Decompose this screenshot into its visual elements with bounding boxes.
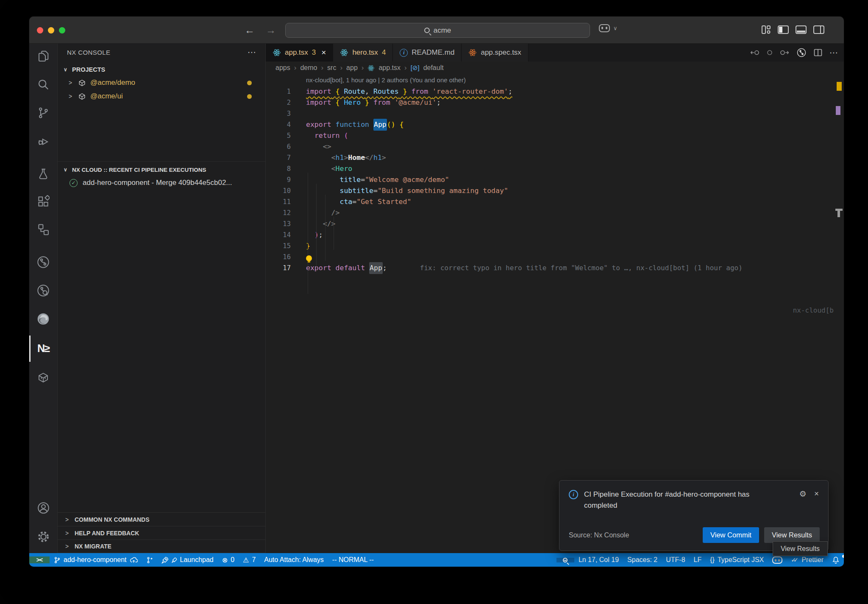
breadcrumb-item[interactable]: app	[346, 64, 358, 72]
remote-indicator[interactable]: ><	[29, 556, 50, 563]
chevron-down-icon: ∨	[64, 167, 69, 173]
settings-gear-icon[interactable]	[33, 526, 53, 547]
notification-settings-gear-icon[interactable]: ⚙	[799, 489, 807, 512]
code-line[interactable]: 11 cta="Get Started"	[266, 196, 844, 207]
section-help-and-feedback[interactable]: > HELP AND FEEDBACK	[58, 526, 265, 540]
explorer-icon[interactable]	[33, 46, 53, 66]
sidebar-more-actions-icon[interactable]: ⋯	[248, 47, 256, 57]
code-line[interactable]: 4export function App() {	[266, 119, 844, 130]
zoom-indicator[interactable]	[556, 558, 574, 562]
nx-console-sidebar: NX CONSOLE ⋯ ∨ PROJECTS > @acme/demo	[58, 44, 266, 553]
launchpad-item[interactable]: Launchpad	[157, 556, 218, 564]
edge-browser-icon[interactable]	[33, 309, 53, 329]
code-line[interactable]: 2import { Hero } from '@acme/ui';	[266, 97, 844, 108]
code-line[interactable]: 8 <Hero	[266, 163, 844, 174]
extensions-icon[interactable]	[33, 191, 53, 212]
references-view-icon[interactable]	[33, 219, 53, 239]
breadcrumb-item[interactable]: default	[423, 64, 444, 72]
history-back-button[interactable]: ←	[245, 24, 255, 36]
commit-graph-button[interactable]	[796, 48, 807, 58]
code-line[interactable]: 6 <>	[266, 141, 844, 152]
minimize-window-button[interactable]	[48, 27, 54, 34]
project-item-acme-ui[interactable]: > @acme/ui	[58, 89, 265, 103]
copilot-menu[interactable]: ∨	[599, 24, 618, 32]
notification-toast: i CI Pipeline Execution for #add-hero-co…	[559, 480, 829, 551]
chevron-right-icon: ›	[294, 64, 297, 72]
next-change-button[interactable]	[780, 49, 789, 56]
inline-git-blame: fix: correct typo in hero title from "We…	[420, 263, 743, 274]
tab-app-spec-tsx[interactable]: app.spec.tsx	[462, 44, 528, 62]
run-debug-icon[interactable]	[33, 131, 53, 151]
code-line[interactable]: 15}	[266, 240, 844, 252]
toggle-secondary-sidebar-button[interactable]	[813, 25, 824, 34]
vim-mode-item[interactable]: -- NORMAL --	[328, 556, 378, 564]
section-nx-migrate[interactable]: > NX MIGRATE	[58, 540, 265, 553]
code-line[interactable]: 7 <h1>Home</h1>	[266, 152, 844, 163]
code-line[interactable]: 17export default App;fix: correct typo i…	[266, 263, 844, 274]
copilot-status-item[interactable]	[768, 556, 787, 564]
previous-change-button[interactable]	[750, 49, 760, 56]
view-results-button[interactable]: View Results	[764, 527, 820, 543]
section-common-nx-commands[interactable]: > COMMON NX COMMANDS	[58, 512, 265, 526]
nx-cloud-section-header[interactable]: ∨ NX CLOUD :: RECENT CI PIPELINE EXECUTI…	[58, 163, 265, 176]
gitlens-icon[interactable]	[33, 252, 53, 272]
code-line[interactable]: 16	[266, 252, 844, 263]
breadcrumb-item[interactable]: demo	[300, 64, 317, 72]
pipeline-execution-item[interactable]: ✓ add-hero-component - Merge 409b44e5cb0…	[58, 176, 265, 190]
split-editor-button[interactable]	[814, 49, 822, 56]
projects-section-header[interactable]: ∨ PROJECTS	[58, 63, 265, 76]
source-control-icon[interactable]	[33, 103, 53, 123]
cursor-position-item[interactable]: Ln 17, Col 19	[574, 556, 623, 564]
close-tab-icon[interactable]: ×	[321, 48, 326, 57]
testing-icon[interactable]	[33, 164, 53, 184]
breadcrumb-item[interactable]: app.tsx	[378, 64, 401, 72]
notification-close-icon[interactable]: ×	[814, 489, 819, 512]
language-mode-item[interactable]: {} TypeScript JSX	[706, 556, 768, 564]
nx-console-icon[interactable]: N≥	[33, 338, 53, 358]
account-icon[interactable]	[33, 498, 53, 518]
breadcrumb-item[interactable]: src	[327, 64, 336, 72]
gitlens-inspect-icon[interactable]	[33, 280, 53, 301]
search-value: acme	[434, 26, 451, 35]
containers-icon[interactable]	[33, 367, 53, 388]
history-forward-button[interactable]: →	[266, 24, 276, 36]
indentation-item[interactable]: Spaces: 2	[623, 556, 662, 564]
breadcrumb[interactable]: apps › demo › src › app › app.tsx › [⊘] …	[266, 62, 844, 74]
close-window-button[interactable]	[37, 27, 43, 34]
customize-layout-button[interactable]	[761, 25, 771, 34]
code-line[interactable]: 3	[266, 108, 844, 119]
sidebar-title: NX CONSOLE	[67, 49, 248, 56]
view-commit-button[interactable]: View Commit	[703, 527, 759, 543]
tab-hero-tsx[interactable]: hero.tsx 4	[333, 44, 393, 62]
problems-item[interactable]: ⊗ 0 ⚠ 7	[218, 556, 260, 564]
react-icon	[367, 64, 375, 72]
encoding-item[interactable]: UTF-8	[662, 556, 689, 564]
tab-app-tsx[interactable]: app.tsx 3 ×	[266, 44, 333, 62]
breadcrumb-item[interactable]: apps	[275, 64, 290, 72]
code-line[interactable]: 9 title="Welcome @acme/demo"	[266, 174, 844, 185]
toggle-primary-sidebar-button[interactable]	[778, 25, 789, 34]
lightbulb-icon[interactable]	[306, 255, 312, 261]
code-line[interactable]: 5 return (	[266, 130, 844, 141]
command-center-search[interactable]: acme	[285, 23, 590, 38]
tab-readme-md[interactable]: i README.md	[393, 44, 462, 62]
toggle-panel-button[interactable]	[796, 25, 807, 34]
source-control-status-icon[interactable]	[142, 556, 157, 564]
code-line[interactable]: 10 subtitle="Build something amazing tod…	[266, 185, 844, 196]
auto-attach-item[interactable]: Auto Attach: Always	[260, 556, 328, 564]
search-view-icon[interactable]	[33, 74, 53, 95]
change-indicator-button[interactable]	[767, 50, 773, 56]
ruler-cursor-mark	[837, 211, 840, 217]
project-item-acme-demo[interactable]: > @acme/demo	[58, 76, 265, 89]
git-branch-item[interactable]: add-hero-component	[50, 556, 142, 564]
code-line[interactable]: 12 />	[266, 207, 844, 218]
formatter-item[interactable]: ✓✓ Prettier	[787, 556, 828, 564]
code-line[interactable]: 1import { Route, Routes } from 'react-ro…	[266, 86, 844, 97]
eol-item[interactable]: LF	[690, 556, 706, 564]
code-line[interactable]: 13 </>	[266, 218, 844, 229]
maximize-window-button[interactable]	[59, 27, 65, 34]
overview-ruler[interactable]	[835, 44, 844, 553]
search-icon	[424, 28, 430, 33]
code-line[interactable]: 14 );	[266, 229, 844, 240]
notifications-bell[interactable]	[828, 556, 844, 564]
